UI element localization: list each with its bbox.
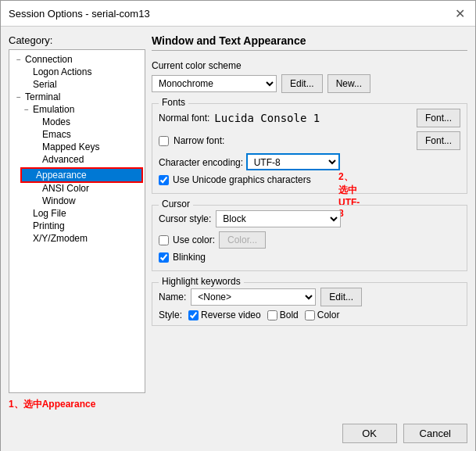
title-bar: Session Options - serial-com13 ✕ [1, 1, 475, 27]
cursor-style-row: Cursor style: Block Underline Vertical B… [159, 210, 460, 227]
category-label: Category: [9, 34, 145, 46]
bold-label[interactable]: Bold [267, 310, 299, 320]
sidebar-item-connection[interactable]: − Connection [11, 53, 143, 66]
sidebar-item-modes[interactable]: Modes [11, 116, 143, 128]
new-scheme-button[interactable]: New... [327, 74, 370, 93]
expander-emulation: − [20, 106, 33, 114]
tree-label-x-y-zmodem: X/Y/Zmodem [33, 233, 88, 244]
highlight-name-select[interactable]: <None> [191, 288, 316, 306]
color-scheme-row: Monochrome White/Black Black/White Edit.… [152, 74, 467, 93]
tree-label-logon: Logon Actions [33, 66, 91, 77]
sidebar-item-x-y-zmodem[interactable]: X/Y/Zmodem [11, 232, 143, 245]
fonts-group: Fonts Normal font: Lucida Console 1 Font… [152, 103, 467, 194]
tree-label-emulation: Emulation [33, 104, 74, 115]
highlight-title: Highlight keywords [159, 276, 244, 287]
sidebar-item-logon-actions[interactable]: Logon Actions [11, 66, 143, 78]
narrow-font-checkbox[interactable] [159, 136, 169, 146]
blinking-row: Blinking [159, 252, 460, 263]
highlight-style-label: Style: [159, 310, 182, 320]
unicode-row: Use Unicode graphics characters [159, 174, 460, 185]
color-button: Color... [219, 231, 266, 249]
sidebar-item-advanced[interactable]: Advanced [11, 153, 143, 166]
highlight-edit-button[interactable]: Edit... [320, 288, 362, 306]
sidebar-item-log-file[interactable]: Log File [11, 207, 143, 220]
unicode-label: Use Unicode graphics characters [173, 174, 311, 185]
normal-font-button[interactable]: Font... [417, 109, 460, 127]
tree-label-serial: Serial [33, 79, 57, 90]
cursor-style-label: Cursor style: [159, 213, 211, 224]
char-encoding-row: Character encoding: UTF-8 ASCII ISO-8859… [159, 153, 340, 170]
right-panel: Window and Text Appearance Current color… [152, 34, 467, 411]
sidebar-item-ansi-color[interactable]: ANSI Color [11, 182, 143, 195]
tree-label-mapped-keys: Mapped Keys [42, 141, 99, 152]
fonts-title: Fonts [159, 97, 188, 108]
color-scheme-section: Current color scheme Monochrome White/Bl… [152, 60, 467, 97]
annotation-1: 1、选中Appearance [9, 398, 145, 411]
char-encoding-select[interactable]: UTF-8 ASCII ISO-8859-1 GB2312 [246, 153, 340, 170]
blinking-checkbox[interactable] [159, 252, 169, 263]
use-color-row: Use color: Color... [159, 231, 460, 249]
reverse-video-checkbox[interactable] [188, 310, 199, 320]
sidebar-item-printing[interactable]: Printing [11, 220, 143, 232]
sidebar-item-appearance[interactable]: Appearance [22, 169, 141, 181]
section-title: Window and Text Appearance [152, 34, 467, 51]
dialog-body: Category: − Connection Logon Actions Ser… [1, 27, 475, 419]
cursor-title: Cursor [159, 199, 193, 209]
tree-label-printing: Printing [33, 220, 65, 231]
cancel-button[interactable]: Cancel [403, 424, 467, 443]
tree-label-terminal: Terminal [25, 91, 60, 102]
ok-button[interactable]: OK [342, 424, 397, 443]
window-title: Session Options - serial-com13 [9, 8, 150, 20]
normal-font-row: Normal font: Lucida Console 1 Font... [159, 109, 460, 127]
category-tree: − Connection Logon Actions Serial − Term… [9, 49, 145, 393]
sidebar-item-window[interactable]: Window [11, 195, 143, 207]
highlight-group: Highlight keywords Name: <None> Edit... … [152, 282, 467, 326]
color-scheme-label: Current color scheme [152, 60, 467, 71]
use-color-checkbox[interactable] [159, 235, 169, 245]
tree-label-ansi-color: ANSI Color [42, 183, 89, 194]
cursor-group: Cursor Cursor style: Block Underline Ver… [152, 205, 467, 271]
close-button[interactable]: ✕ [452, 5, 467, 21]
tree-label-appearance: Appearance [36, 170, 87, 181]
tree-label-advanced: Advanced [42, 154, 84, 165]
left-panel: Category: − Connection Logon Actions Ser… [9, 34, 145, 411]
reverse-video-label[interactable]: Reverse video [188, 310, 261, 320]
sidebar-item-mapped-keys[interactable]: Mapped Keys [11, 141, 143, 153]
tree-label-connection: Connection [25, 54, 73, 65]
char-encoding-label: Character encoding: [159, 157, 243, 168]
edit-scheme-button[interactable]: Edit... [281, 74, 323, 93]
cursor-style-select[interactable]: Block Underline Vertical Bar [216, 210, 341, 227]
color-label[interactable]: Color [305, 310, 340, 320]
highlight-style-row: Style: Reverse video Bold Color [159, 310, 460, 320]
narrow-font-row: Narrow font: Font... [159, 131, 460, 150]
sidebar-item-terminal[interactable]: − Terminal [11, 91, 143, 103]
narrow-font-button[interactable]: Font... [417, 131, 460, 150]
bold-checkbox[interactable] [267, 310, 277, 320]
sidebar-item-emulation[interactable]: − Emulation [11, 103, 143, 116]
sidebar-item-serial[interactable]: Serial [11, 78, 143, 91]
blinking-label: Blinking [173, 252, 206, 263]
use-color-label: Use color: [173, 234, 215, 245]
tree-label-log-file: Log File [33, 208, 66, 219]
normal-font-label: Normal font: [159, 113, 209, 123]
tree-label-window: Window [42, 195, 76, 206]
normal-font-value: Lucida Console 1 [214, 112, 412, 124]
bottom-buttons: OK Cancel [1, 419, 475, 451]
expander-connection: − [13, 55, 25, 64]
sidebar-item-emacs[interactable]: Emacs [11, 128, 143, 141]
highlight-name-label: Name: [159, 292, 186, 302]
unicode-checkbox[interactable] [159, 175, 169, 185]
tree-label-modes: Modes [42, 116, 70, 127]
session-options-dialog: Session Options - serial-com13 ✕ Categor… [0, 0, 476, 451]
color-checkbox[interactable] [305, 310, 315, 320]
expander-terminal: − [13, 93, 25, 102]
narrow-font-label: Narrow font: [174, 135, 224, 146]
highlight-name-row: Name: <None> Edit... [159, 288, 460, 306]
color-scheme-select[interactable]: Monochrome White/Black Black/White [152, 75, 277, 92]
tree-label-emacs: Emacs [42, 129, 71, 140]
